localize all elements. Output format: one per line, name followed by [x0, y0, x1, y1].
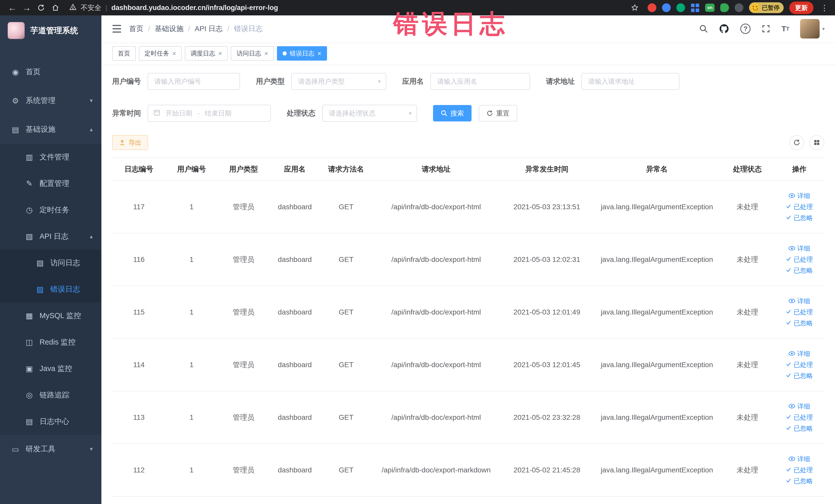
detail-link[interactable]: 详细: [789, 191, 810, 200]
extension-on-badge[interactable]: on: [705, 4, 715, 12]
user-id-input[interactable]: [148, 73, 240, 90]
user-type-select[interactable]: 请选择用户类型 ▾: [291, 73, 386, 90]
close-icon[interactable]: ×: [172, 50, 176, 57]
search-icon[interactable]: [699, 24, 708, 33]
close-icon[interactable]: ×: [264, 50, 268, 57]
extension-icon-pin[interactable]: [735, 3, 744, 12]
breadcrumb-home[interactable]: 首页: [129, 24, 143, 34]
mark-processed-link[interactable]: 已处理: [786, 413, 813, 422]
mark-ignored-link[interactable]: 已忽略: [786, 477, 813, 485]
export-button[interactable]: 导出: [112, 135, 148, 150]
detail-link[interactable]: 详细: [789, 297, 810, 305]
mark-ignored-link[interactable]: 已忽略: [786, 424, 813, 432]
mark-ignored-link[interactable]: 已忽略: [786, 266, 813, 275]
tab-access-log[interactable]: 访问日志 ×: [231, 46, 273, 61]
app-name-input[interactable]: [430, 73, 530, 90]
tools-icon: ▭: [11, 445, 20, 454]
extension-icon-grid[interactable]: [691, 3, 699, 12]
mark-processed-link[interactable]: 已处理: [786, 255, 813, 264]
mark-ignored-link[interactable]: 已忽略: [786, 371, 813, 380]
github-icon[interactable]: [719, 23, 730, 34]
eye-icon: [789, 403, 795, 410]
breadcrumb-api-logs[interactable]: API 日志: [195, 24, 223, 34]
detail-link[interactable]: 详细: [789, 349, 810, 358]
fullscreen-icon[interactable]: [761, 24, 771, 33]
date-range-picker[interactable]: 开始日期 - 结束日期: [148, 105, 271, 122]
breadcrumb-separator: /: [188, 25, 190, 33]
sidebar-item-access-log[interactable]: ▨ 访问日志: [0, 249, 101, 276]
sidebar-item-dev-tools[interactable]: ▭ 研发工具 ▾: [0, 435, 101, 463]
sidebar-item-file-management[interactable]: ▥ 文件管理: [0, 144, 101, 170]
end-date-placeholder[interactable]: 结束日期: [205, 109, 231, 118]
avatar[interactable]: [800, 19, 820, 39]
close-icon[interactable]: ×: [218, 50, 222, 57]
extension-icon-red[interactable]: [648, 3, 656, 12]
sidebar-item-infrastructure[interactable]: ▤ 基础设施 ▴: [0, 115, 101, 144]
mark-ignored-link[interactable]: 已忽略: [786, 319, 813, 327]
sidebar-item-error-log[interactable]: ▨ 错误日志: [0, 276, 101, 302]
sidebar-item-scheduled-tasks[interactable]: ◷ 定时任务: [0, 197, 101, 223]
tab-schedule-log[interactable]: 调度日志 ×: [185, 46, 228, 61]
column-settings-icon[interactable]: [809, 135, 824, 150]
col-user-type: 用户类型: [218, 158, 270, 181]
cell-user-id: 1: [166, 286, 218, 338]
cell-user-id: 1: [166, 338, 218, 391]
sidebar-item-api-logs[interactable]: ▧ API 日志 ▴: [0, 223, 101, 249]
hamburger-icon[interactable]: [109, 21, 124, 37]
col-method: 请求方法名: [320, 158, 372, 181]
bookmark-star-icon[interactable]: [628, 2, 642, 14]
extension-icon-green[interactable]: [676, 3, 685, 12]
process-status-select[interactable]: 请选择处理状态 ▾: [322, 105, 417, 122]
tab-home[interactable]: 首页: [112, 46, 136, 61]
mark-ignored-link[interactable]: 已忽略: [786, 214, 813, 222]
browser-menu-icon[interactable]: ⋮: [819, 3, 830, 12]
start-date-placeholder[interactable]: 开始日期: [166, 109, 192, 118]
detail-link[interactable]: 详细: [789, 455, 810, 463]
tab-error-log[interactable]: 错误日志 ×: [277, 46, 327, 61]
cell-method: GET: [320, 391, 372, 444]
reload-icon[interactable]: [34, 2, 48, 14]
refresh-icon[interactable]: [789, 135, 804, 150]
table-row: 115 1 管理员 dashboard GET /api/infra/db-do…: [112, 286, 824, 338]
cell-user-type: 管理员: [218, 391, 270, 444]
exception-time-label: 异常时间: [112, 108, 141, 118]
user-type-label: 用户类型: [256, 77, 285, 86]
search-button[interactable]: 搜索: [433, 105, 471, 121]
sidebar-item-home[interactable]: ◉ 首页: [0, 58, 101, 86]
help-icon[interactable]: ?: [740, 24, 751, 34]
back-icon[interactable]: ←: [5, 2, 20, 14]
cell-actions: 详细 已处理 已忽略: [774, 391, 824, 444]
detail-link[interactable]: 详细: [789, 244, 810, 253]
mark-processed-link[interactable]: 已处理: [786, 361, 813, 369]
detail-link[interactable]: 详细: [789, 402, 810, 410]
font-size-icon[interactable]: TT: [781, 24, 789, 33]
mark-processed-link[interactable]: 已处理: [786, 203, 813, 211]
request-url-input[interactable]: [582, 73, 679, 90]
address-bar[interactable]: 不安全 | dashboard.yudao.iocoder.cn/infra/l…: [69, 3, 628, 12]
breadcrumb-separator: /: [227, 25, 229, 33]
browser-update-button[interactable]: 更新: [789, 2, 813, 14]
sidebar-item-log-center[interactable]: ▤ 日志中心: [0, 408, 101, 435]
extension-icon-leaf[interactable]: [720, 3, 729, 12]
breadcrumb-infrastructure[interactable]: 基础设施: [155, 24, 184, 34]
sidebar-item-java-monitor[interactable]: ▣ Java 监控: [0, 355, 101, 382]
sidebar-item-mysql-monitor[interactable]: ▦ MySQL 监控: [0, 302, 101, 329]
paused-extension-badge[interactable]: 已暂停: [749, 2, 784, 13]
reset-button[interactable]: 重置: [479, 105, 517, 121]
forward-icon[interactable]: →: [20, 2, 34, 14]
tab-scheduled-tasks[interactable]: 定时任务 ×: [139, 46, 182, 61]
mark-processed-link[interactable]: 已处理: [786, 308, 813, 316]
sidebar-item-redis-monitor[interactable]: ◫ Redis 监控: [0, 329, 101, 355]
sidebar-item-config-management[interactable]: ✎ 配置管理: [0, 170, 101, 197]
extension-icon-drop[interactable]: [662, 3, 671, 12]
sidebar-item-system-management[interactable]: ⚙ 系统管理 ▾: [0, 86, 101, 115]
home-icon[interactable]: [48, 2, 63, 14]
user-menu[interactable]: ▾: [800, 19, 825, 39]
cell-method: GET: [320, 338, 372, 391]
logo-area[interactable]: 芋道管理系统: [0, 15, 101, 46]
mark-processed-link[interactable]: 已处理: [786, 466, 813, 474]
cell-actions: 详细 已处理 已忽略: [774, 444, 824, 496]
sidebar-item-trace[interactable]: ◎ 链路追踪: [0, 382, 101, 408]
topbar-icons: ? TT ▾: [699, 19, 825, 39]
close-icon[interactable]: ×: [318, 50, 321, 57]
